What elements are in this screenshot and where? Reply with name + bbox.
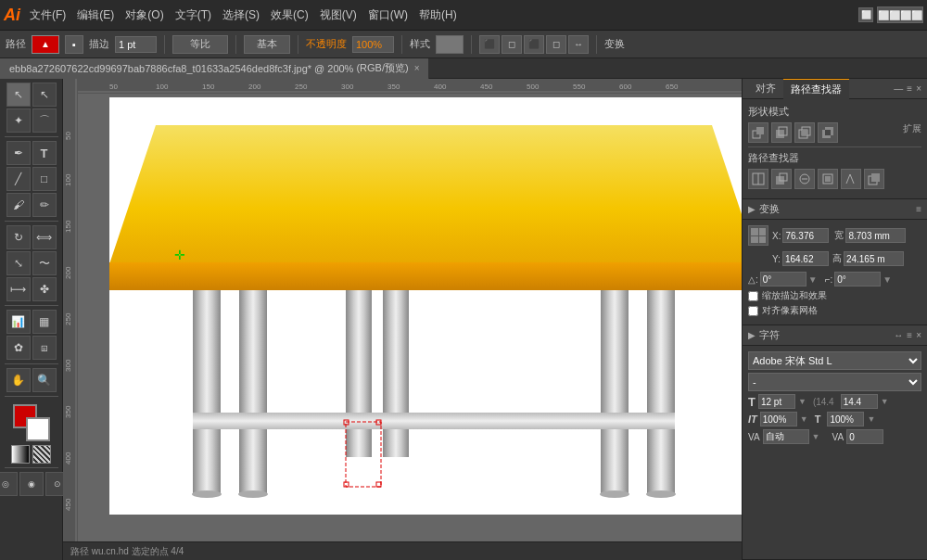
tab-align[interactable]: 对齐 bbox=[748, 79, 783, 99]
trim-btn[interactable] bbox=[771, 169, 792, 189]
toolbar-icon4[interactable]: ◻ bbox=[546, 35, 566, 54]
column-graph[interactable]: ▦ bbox=[32, 310, 57, 334]
y-input[interactable] bbox=[782, 251, 829, 266]
none-box[interactable] bbox=[32, 445, 51, 464]
lasso-tool[interactable]: ⌒ bbox=[32, 108, 57, 133]
angle-input[interactable] bbox=[760, 272, 806, 286]
workspace-btn[interactable]: ⬜ bbox=[858, 7, 873, 22]
scale-h-dropdown[interactable]: ▼ bbox=[800, 414, 808, 424]
canvas-area[interactable]: 50 100 150 200 250 300 350 400 450 500 5… bbox=[63, 79, 742, 560]
pencil-tool[interactable]: ✏ bbox=[32, 193, 57, 217]
char-panel-resize[interactable]: ↔ bbox=[894, 330, 903, 340]
arrange-btn[interactable]: ⬜⬜⬜⬜ bbox=[877, 6, 923, 23]
reflect-tool[interactable]: ⟺ bbox=[32, 225, 57, 249]
angle-dropdown[interactable]: ▼ bbox=[808, 274, 818, 285]
menu-select[interactable]: 选择(S) bbox=[222, 7, 260, 23]
graph-tool[interactable]: 📊 bbox=[6, 310, 31, 334]
expand-btn[interactable]: 扩展 bbox=[903, 122, 921, 143]
align-pixel-checkbox[interactable] bbox=[748, 306, 758, 316]
char-panel-close[interactable]: × bbox=[916, 330, 921, 340]
rotate-tool[interactable]: ↻ bbox=[6, 225, 31, 249]
basic-select[interactable]: 基本 bbox=[244, 35, 290, 54]
font-leading-dropdown[interactable]: ▼ bbox=[881, 397, 889, 406]
fill-box[interactable]: ▪ bbox=[65, 35, 83, 54]
char-panel-menu[interactable]: ≡ bbox=[907, 330, 912, 340]
panel-close-btn[interactable]: × bbox=[916, 83, 921, 94]
transform-grid-icon[interactable] bbox=[748, 225, 768, 246]
menu-edit[interactable]: 编辑(E) bbox=[77, 7, 114, 23]
exclude-btn[interactable] bbox=[818, 122, 838, 143]
merge-btn[interactable] bbox=[794, 169, 815, 189]
menu-view[interactable]: 视图(V) bbox=[320, 7, 357, 23]
kern-input[interactable] bbox=[846, 429, 883, 444]
shape-tool[interactable]: □ bbox=[32, 167, 57, 191]
warp-tool[interactable]: 〜 bbox=[32, 251, 57, 275]
stroke-color-box[interactable]: ▲ bbox=[32, 35, 59, 54]
draw-behind[interactable]: ◉ bbox=[19, 472, 44, 496]
scale-tool[interactable]: ⤡ bbox=[6, 251, 31, 275]
file-tab[interactable]: ebb8a272607622cd99697bab7886cfa8_t01633a… bbox=[0, 58, 429, 79]
tab-pathfinder[interactable]: 路径查找器 bbox=[783, 79, 849, 99]
line-tool[interactable]: ╱ bbox=[6, 167, 31, 191]
font-size-input[interactable] bbox=[758, 394, 795, 409]
paint-brush[interactable]: 🖌 bbox=[6, 193, 31, 217]
scale-v-input[interactable] bbox=[827, 412, 864, 426]
tracking-dropdown[interactable]: ▼ bbox=[812, 432, 820, 441]
pen-tool[interactable]: ✒ bbox=[6, 141, 31, 165]
magic-wand-tool[interactable]: ✦ bbox=[6, 108, 31, 133]
menu-text[interactable]: 文字(T) bbox=[175, 7, 211, 23]
zoom-tool[interactable]: 🔍 bbox=[32, 368, 57, 392]
toolbar-icon5[interactable]: ↔ bbox=[568, 35, 589, 54]
minus-back-btn[interactable] bbox=[864, 169, 884, 189]
outline-btn[interactable] bbox=[841, 169, 861, 189]
panel-collapse[interactable]: — bbox=[894, 83, 903, 94]
toolbar-icon3[interactable]: ⬛ bbox=[524, 35, 544, 54]
menu-help[interactable]: 帮助(H) bbox=[419, 7, 457, 23]
ratio-select[interactable]: 等比 bbox=[172, 35, 228, 54]
scale-v-dropdown[interactable]: ▼ bbox=[867, 414, 875, 424]
divide-btn[interactable] bbox=[748, 169, 768, 189]
menu-effects[interactable]: 效果(C) bbox=[271, 7, 309, 23]
font-size-unit-dropdown[interactable]: ▼ bbox=[798, 397, 806, 406]
text-tool[interactable]: T bbox=[32, 141, 57, 165]
crop-btn[interactable] bbox=[818, 169, 838, 189]
font-leading-input[interactable] bbox=[841, 394, 878, 409]
x-input[interactable] bbox=[782, 228, 829, 243]
draw-normal[interactable]: ◎ bbox=[0, 472, 18, 496]
symbol-tool[interactable]: ✿ bbox=[6, 336, 31, 360]
menu-object[interactable]: 对象(O) bbox=[125, 7, 163, 23]
font-style-select[interactable]: - bbox=[748, 373, 921, 391]
transform-collapse-icon[interactable]: ▶ bbox=[748, 204, 756, 214]
char-collapse-icon[interactable]: ▶ bbox=[748, 330, 756, 340]
menu-window[interactable]: 窗口(W) bbox=[368, 7, 408, 23]
slice-tool[interactable]: ⧆ bbox=[32, 336, 57, 360]
stroke-input[interactable] bbox=[115, 36, 157, 53]
opacity-input[interactable] bbox=[352, 36, 394, 53]
panel-expand-btn[interactable]: ≡ bbox=[907, 83, 912, 94]
stroke-color[interactable] bbox=[26, 417, 50, 441]
scale-h-input[interactable] bbox=[760, 412, 797, 426]
style-box[interactable] bbox=[436, 35, 464, 54]
unite-btn[interactable] bbox=[748, 122, 768, 143]
transform-panel-btn[interactable]: ≡ bbox=[916, 204, 921, 214]
angle2-dropdown[interactable]: ▼ bbox=[883, 274, 892, 285]
scale-stroke-checkbox[interactable] bbox=[748, 291, 758, 301]
minus-front-btn[interactable] bbox=[771, 122, 792, 143]
transform-btn[interactable]: 变换 bbox=[604, 37, 625, 51]
tab-close-btn[interactable]: × bbox=[414, 63, 420, 73]
tracking-input[interactable] bbox=[763, 429, 809, 444]
width-tool[interactable]: ⟼ bbox=[6, 277, 31, 301]
direct-select-tool[interactable]: ↖ bbox=[32, 83, 57, 107]
angle2-input[interactable] bbox=[834, 272, 881, 286]
toolbar-icon1[interactable]: ⬛ bbox=[479, 35, 500, 54]
puppet-warp[interactable]: ✤ bbox=[32, 277, 57, 301]
width-input[interactable] bbox=[845, 228, 906, 243]
height-input[interactable] bbox=[844, 251, 904, 266]
toolbar-icon2[interactable]: ◻ bbox=[502, 35, 522, 54]
font-name-select[interactable]: Adobe 宋体 Std L bbox=[748, 351, 921, 370]
select-tool[interactable]: ↖ bbox=[6, 83, 31, 107]
gradient-box[interactable] bbox=[11, 445, 30, 464]
intersect-btn[interactable] bbox=[794, 122, 815, 143]
hand-tool[interactable]: ✋ bbox=[6, 368, 31, 392]
menu-file[interactable]: 文件(F) bbox=[30, 7, 66, 23]
